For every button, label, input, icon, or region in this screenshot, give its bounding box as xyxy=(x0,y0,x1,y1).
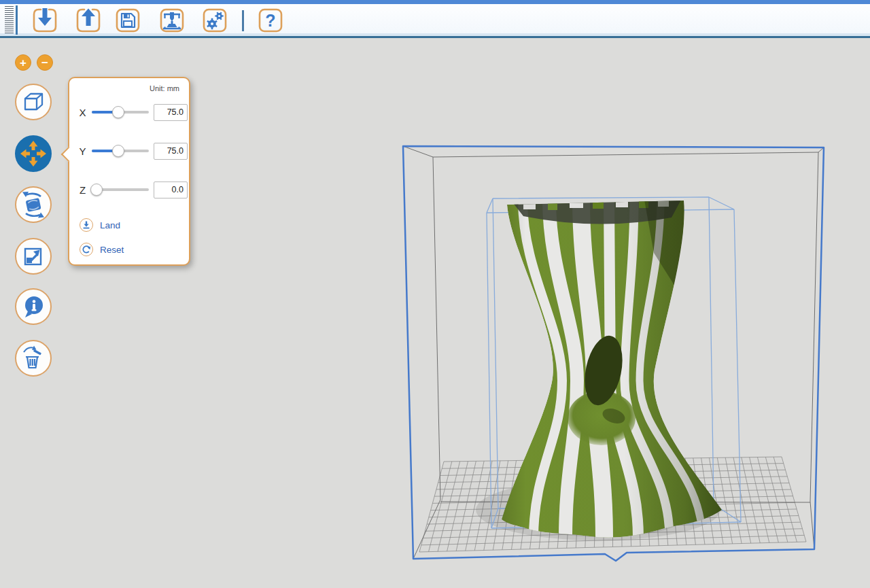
y-slider-thumb[interactable] xyxy=(112,145,124,157)
cube-icon xyxy=(15,84,52,120)
question-mark-icon: ? xyxy=(257,7,284,34)
reset-icon xyxy=(80,243,93,256)
svg-text:?: ? xyxy=(265,11,275,30)
rotate-icon xyxy=(15,186,52,223)
move-tool-button[interactable] xyxy=(15,135,52,172)
import-arrow-down-icon xyxy=(31,7,58,34)
model-twisted-vase[interactable] xyxy=(498,190,734,544)
scale-icon xyxy=(15,238,52,275)
z-slider[interactable] xyxy=(92,182,149,197)
x-slider-thumb[interactable] xyxy=(112,106,124,118)
land-icon xyxy=(80,218,93,232)
z-axis-label: Z xyxy=(78,184,87,196)
import-model-button[interactable] xyxy=(31,7,58,34)
move-panel: Unit: mm X Y Z xyxy=(68,77,190,266)
reset-label: Reset xyxy=(100,245,124,255)
zoom-out-button[interactable]: − xyxy=(37,54,53,71)
delete-tool-button[interactable] xyxy=(15,340,52,377)
view-tool-button[interactable] xyxy=(15,84,52,120)
save-floppy-icon xyxy=(114,7,141,34)
unit-label: Unit: mm xyxy=(150,84,179,92)
y-axis-label: Y xyxy=(78,145,87,157)
z-slider-thumb[interactable] xyxy=(90,184,103,196)
zoom-in-button[interactable]: + xyxy=(15,54,31,71)
gears-icon xyxy=(201,7,228,34)
y-value-input[interactable] xyxy=(154,143,188,160)
print-button[interactable] xyxy=(158,7,186,34)
export-model-button[interactable] xyxy=(75,7,102,34)
x-axis-label: X xyxy=(78,107,87,118)
main-toolbar: ? xyxy=(0,4,870,38)
toolbar-separator xyxy=(242,10,244,31)
rotate-tool-button[interactable] xyxy=(15,186,52,223)
settings-button[interactable] xyxy=(201,7,228,34)
scale-tool-button[interactable] xyxy=(15,238,52,275)
x-slider[interactable] xyxy=(92,105,149,120)
toolbar-drag-handle[interactable] xyxy=(5,6,14,34)
reset-button[interactable]: Reset xyxy=(80,243,124,256)
trash-icon xyxy=(15,340,52,377)
help-button[interactable]: ? xyxy=(257,7,284,34)
y-slider[interactable] xyxy=(92,143,149,158)
export-arrow-up-icon xyxy=(75,7,102,34)
z-value-input[interactable] xyxy=(154,181,188,198)
land-button[interactable]: Land xyxy=(80,218,120,232)
toolbar-handle-divider xyxy=(16,5,18,35)
move-arrows-icon xyxy=(15,135,52,172)
info-tool-button[interactable] xyxy=(15,288,52,325)
printer-icon xyxy=(158,7,186,34)
save-button[interactable] xyxy=(114,7,141,34)
land-label: Land xyxy=(100,220,120,230)
info-icon xyxy=(15,288,52,325)
x-value-input[interactable] xyxy=(154,104,188,121)
